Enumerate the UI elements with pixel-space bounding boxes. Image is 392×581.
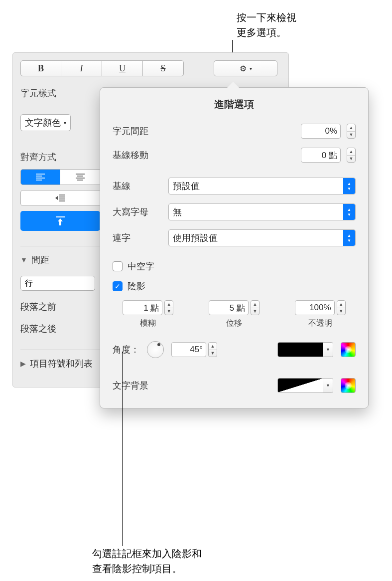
baseline-shift-label: 基線移動 bbox=[113, 149, 148, 161]
shadow-color-swatch bbox=[278, 343, 323, 357]
angle-row: 角度： 45° ▲▼ ▼ bbox=[113, 341, 356, 358]
char-spacing-row: 字元間距 0% ▲▼ bbox=[113, 124, 356, 139]
shadow-blur-stepper[interactable]: ▲▼ bbox=[164, 300, 173, 315]
indent-decrease-button[interactable] bbox=[20, 190, 100, 206]
shadow-checkbox[interactable]: ✓ bbox=[113, 281, 123, 291]
chevron-down-icon: ▾ bbox=[250, 66, 252, 71]
baseline-shift-stepper[interactable]: ▲▼ bbox=[347, 148, 356, 163]
shadow-offset-col: 5 點 ▲▼ 位移 bbox=[209, 300, 260, 329]
chevron-down-icon: ▼ bbox=[323, 379, 333, 392]
select-arrows-icon: ▲▼ bbox=[343, 178, 355, 194]
select-arrows-icon: ▲▼ bbox=[343, 204, 355, 220]
popover-title: 進階選項 bbox=[113, 98, 356, 111]
outline-label: 中空字 bbox=[128, 260, 154, 272]
text-bg-label: 文字背景 bbox=[113, 380, 148, 391]
shadow-opacity-label: 不透明 bbox=[308, 318, 332, 329]
shadow-blur-label: 模糊 bbox=[140, 318, 156, 329]
advanced-options-button[interactable]: ⚙ ▾ bbox=[214, 60, 277, 76]
align-left-icon bbox=[36, 174, 45, 181]
text-color-button[interactable]: 文字顏色 ▾ bbox=[20, 114, 71, 131]
shadow-checkbox-row: ✓ 陰影 bbox=[113, 280, 356, 292]
shadow-color-picker-button[interactable] bbox=[341, 342, 356, 357]
callout-bottom-text: 勾選註記框來加入陰影和 查看陰影控制項目。 bbox=[92, 546, 202, 576]
spacing-label: 間距 bbox=[31, 254, 49, 266]
advanced-options-popover: 進階選項 字元間距 0% ▲▼ 基線移動 0 點 ▲▼ 基線 預設值 ▲▼ 大寫… bbox=[100, 87, 369, 408]
format-buttons-row: B I U S ⚙ ▾ bbox=[20, 60, 281, 76]
strikethrough-button[interactable]: S bbox=[143, 60, 184, 76]
shadow-opacity-col: 100% ▲▼ 不透明 bbox=[295, 300, 346, 329]
align-left-button[interactable] bbox=[20, 169, 60, 185]
line-spacing-input[interactable] bbox=[20, 276, 95, 291]
shadow-offset-stepper[interactable]: ▲▼ bbox=[251, 300, 260, 315]
shadow-opacity-stepper[interactable]: ▲▼ bbox=[337, 300, 346, 315]
capitalization-select-value: 無 bbox=[173, 206, 182, 218]
chevron-down-icon: ▾ bbox=[64, 120, 66, 126]
angle-value[interactable]: 45° bbox=[171, 342, 206, 357]
disclosure-triangle-down-icon: ▼ bbox=[20, 256, 27, 264]
shadow-opacity-value[interactable]: 100% bbox=[295, 300, 335, 315]
angle-dial[interactable] bbox=[147, 341, 164, 358]
shadow-blur-col: 1 點 ▲▼ 模糊 bbox=[123, 300, 173, 329]
align-center-button[interactable] bbox=[60, 169, 100, 185]
outline-checkbox[interactable] bbox=[113, 261, 123, 271]
ligatures-select-value: 使用預設值 bbox=[173, 232, 218, 244]
baseline-label: 基線 bbox=[113, 180, 162, 192]
text-bg-color-picker-button[interactable] bbox=[341, 378, 356, 393]
shadow-offset-value[interactable]: 5 點 bbox=[209, 300, 249, 315]
callout-bottom-line bbox=[122, 352, 123, 546]
ligatures-select[interactable]: 使用預設值 ▲▼ bbox=[168, 229, 356, 246]
text-color-label: 文字顏色 bbox=[25, 117, 61, 129]
valign-top-icon bbox=[55, 215, 66, 226]
text-bg-swatch bbox=[278, 379, 323, 392]
select-arrows-icon: ▲▼ bbox=[343, 230, 355, 246]
gear-icon: ⚙ bbox=[240, 64, 247, 73]
capitalization-label: 大寫字母 bbox=[113, 206, 162, 218]
ligatures-label: 連字 bbox=[113, 232, 162, 244]
baseline-row: 基線 預設值 ▲▼ bbox=[113, 178, 356, 194]
indent-decrease-icon bbox=[55, 194, 65, 201]
char-spacing-value[interactable]: 0% bbox=[301, 124, 341, 139]
baseline-shift-value[interactable]: 0 點 bbox=[301, 148, 341, 163]
bullets-label: 項目符號和列表 bbox=[30, 358, 93, 370]
bold-button[interactable]: B bbox=[20, 60, 61, 76]
outline-checkbox-row: 中空字 bbox=[113, 260, 356, 272]
vertical-align-top-button[interactable] bbox=[20, 211, 100, 231]
shadow-color-well[interactable]: ▼ bbox=[277, 342, 333, 357]
baseline-select[interactable]: 預設值 ▲▼ bbox=[168, 178, 356, 194]
baseline-select-value: 預設值 bbox=[173, 180, 200, 192]
chevron-down-icon: ▼ bbox=[323, 343, 333, 357]
angle-stepper[interactable]: ▲▼ bbox=[208, 342, 217, 357]
char-spacing-stepper[interactable]: ▲▼ bbox=[347, 124, 356, 139]
ligatures-row: 連字 使用預設值 ▲▼ bbox=[113, 229, 356, 246]
callout-top-text: 按一下來檢視 更多選項。 bbox=[237, 10, 296, 40]
angle-label: 角度： bbox=[113, 344, 139, 356]
align-center-icon bbox=[76, 174, 85, 181]
italic-button[interactable]: I bbox=[61, 60, 102, 76]
text-background-row: 文字背景 ▼ bbox=[113, 378, 356, 393]
text-bg-color-well[interactable]: ▼ bbox=[277, 378, 333, 393]
baseline-shift-row: 基線移動 0 點 ▲▼ bbox=[113, 148, 356, 163]
shadow-blur-value[interactable]: 1 點 bbox=[123, 300, 162, 315]
shadow-offset-label: 位移 bbox=[226, 318, 242, 329]
capitalization-row: 大寫字母 無 ▲▼ bbox=[113, 203, 356, 220]
shadow-controls: 1 點 ▲▼ 模糊 5 點 ▲▼ 位移 100% ▲▼ 不透明 bbox=[113, 300, 356, 329]
underline-button[interactable]: U bbox=[102, 60, 143, 76]
char-spacing-label: 字元間距 bbox=[113, 125, 148, 137]
shadow-label: 陰影 bbox=[128, 280, 145, 292]
disclosure-triangle-right-icon: ▶ bbox=[20, 360, 26, 368]
capitalization-select[interactable]: 無 ▲▼ bbox=[168, 203, 356, 220]
